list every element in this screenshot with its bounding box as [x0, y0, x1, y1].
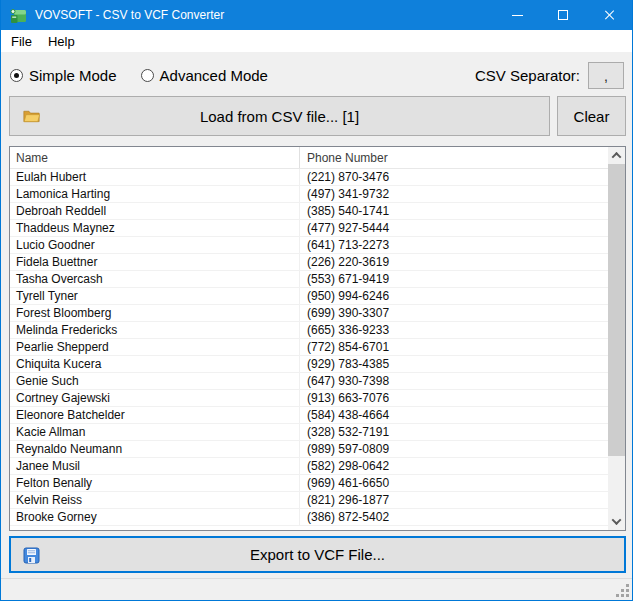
cell-name: Genie Such — [10, 373, 300, 389]
table-row[interactable]: Eleonore Batchelder(584) 438-4664 — [10, 407, 608, 424]
table-row[interactable]: Pearlie Shepperd(772) 854-6701 — [10, 339, 608, 356]
cell-phone: (497) 341-9732 — [300, 187, 608, 201]
table-row[interactable]: Felton Benally(969) 461-6650 — [10, 475, 608, 492]
radio-advanced-mode[interactable]: Advanced Mode — [141, 67, 268, 84]
table-row[interactable]: Genie Such(647) 930-7398 — [10, 373, 608, 390]
table-row[interactable]: Brooke Gorney(386) 872-5402 — [10, 509, 608, 526]
radio-simple-mode[interactable]: Simple Mode — [10, 67, 117, 84]
cell-name: Chiquita Kucera — [10, 356, 300, 372]
minimize-icon — [512, 15, 523, 16]
cell-name: Brooke Gorney — [10, 509, 300, 525]
load-csv-label: Load from CSV file... [1] — [200, 108, 359, 125]
statusbar — [1, 578, 632, 600]
radio-simple-icon — [10, 69, 23, 82]
cell-name: Reynaldo Neumann — [10, 441, 300, 457]
load-csv-button[interactable]: Load from CSV file... [1] — [9, 96, 550, 136]
chevron-down-icon — [612, 515, 622, 525]
cell-name: Eulah Hubert — [10, 169, 300, 185]
scroll-up-button[interactable] — [608, 147, 625, 164]
cell-phone: (221) 870-3476 — [300, 170, 608, 184]
table-inner: Name Phone Number Eulah Hubert(221) 870-… — [10, 147, 608, 530]
mode-row: Simple Mode Advanced Mode CSV Separator:… — [10, 62, 624, 89]
csv-separator-input[interactable]: , — [588, 62, 624, 89]
cell-name: Pearlie Shepperd — [10, 339, 300, 355]
column-header-name[interactable]: Name — [10, 147, 300, 168]
table-row[interactable]: Eulah Hubert(221) 870-3476 — [10, 169, 608, 186]
table-row[interactable]: Lamonica Harting(497) 341-9732 — [10, 186, 608, 203]
close-button[interactable] — [586, 0, 632, 30]
export-vcf-label: Export to VCF File... — [250, 546, 385, 563]
cell-phone: (553) 671-9419 — [300, 272, 608, 286]
column-header-phone[interactable]: Phone Number — [300, 151, 608, 165]
cell-name: Tyrell Tyner — [10, 288, 300, 304]
cell-phone: (969) 461-6650 — [300, 476, 608, 490]
cell-name: Felton Benally — [10, 475, 300, 491]
cell-name: Debroah Reddell — [10, 203, 300, 219]
close-icon — [603, 9, 615, 21]
menubar: File Help — [1, 30, 632, 52]
table-header: Name Phone Number — [10, 147, 608, 169]
cell-name: Kelvin Reiss — [10, 492, 300, 508]
table-row[interactable]: Melinda Fredericks(665) 336-9233 — [10, 322, 608, 339]
cell-name: Tasha Overcash — [10, 271, 300, 287]
scrollbar-thumb[interactable] — [608, 164, 625, 456]
app-icon — [10, 7, 27, 24]
table-row[interactable]: Kelvin Reiss(821) 296-1877 — [10, 492, 608, 509]
cell-name: Kacie Allman — [10, 424, 300, 440]
cell-phone: (584) 438-4664 — [300, 408, 608, 422]
cell-phone: (385) 540-1741 — [300, 204, 608, 218]
cell-phone: (582) 298-0642 — [300, 459, 608, 473]
cell-name: Fidela Buettner — [10, 254, 300, 270]
clear-button[interactable]: Clear — [557, 96, 626, 136]
table-row[interactable]: Forest Bloomberg(699) 390-3307 — [10, 305, 608, 322]
cell-name: Melinda Fredericks — [10, 322, 300, 338]
table-row[interactable]: Tyrell Tyner(950) 994-6246 — [10, 288, 608, 305]
table-row[interactable]: Cortney Gajewski(913) 663-7076 — [10, 390, 608, 407]
vertical-scrollbar[interactable] — [608, 147, 625, 530]
cell-phone: (929) 783-4385 — [300, 357, 608, 371]
radio-advanced-icon — [141, 69, 154, 82]
table-row[interactable]: Reynaldo Neumann(989) 597-0809 — [10, 441, 608, 458]
resize-grip[interactable] — [616, 584, 629, 597]
maximize-icon — [558, 10, 568, 20]
table-row[interactable]: Lucio Goodner(641) 713-2273 — [10, 237, 608, 254]
menu-file[interactable]: File — [3, 32, 40, 51]
maximize-button[interactable] — [540, 0, 586, 30]
table-row[interactable]: Tasha Overcash(553) 671-9419 — [10, 271, 608, 288]
cell-phone: (665) 336-9233 — [300, 323, 608, 337]
app-window: VOVSOFT - CSV to VCF Converter File Help… — [0, 0, 633, 601]
menu-help[interactable]: Help — [40, 32, 83, 51]
window-title: VOVSOFT - CSV to VCF Converter — [35, 8, 224, 22]
client-area: Simple Mode Advanced Mode CSV Separator:… — [1, 52, 632, 600]
floppy-disk-icon — [23, 547, 40, 564]
scroll-down-button[interactable] — [608, 513, 625, 530]
cell-phone: (647) 930-7398 — [300, 374, 608, 388]
titlebar[interactable]: VOVSOFT - CSV to VCF Converter — [1, 0, 632, 30]
table-row[interactable]: Debroah Reddell(385) 540-1741 — [10, 203, 608, 220]
cell-phone: (821) 296-1877 — [300, 493, 608, 507]
table-row[interactable]: Fidela Buettner(226) 220-3619 — [10, 254, 608, 271]
table-row[interactable]: Janee Musil(582) 298-0642 — [10, 458, 608, 475]
table-row[interactable]: Kacie Allman(328) 532-7191 — [10, 424, 608, 441]
cell-phone: (641) 713-2273 — [300, 238, 608, 252]
cell-phone: (226) 220-3619 — [300, 255, 608, 269]
table-row[interactable]: Chiquita Kucera(929) 783-4385 — [10, 356, 608, 373]
cell-phone: (913) 663-7076 — [300, 391, 608, 405]
radio-simple-label: Simple Mode — [29, 67, 117, 84]
cell-name: Janee Musil — [10, 458, 300, 474]
cell-phone: (950) 994-6246 — [300, 289, 608, 303]
cell-phone: (477) 927-5444 — [300, 221, 608, 235]
cell-phone: (772) 854-6701 — [300, 340, 608, 354]
clear-label: Clear — [574, 108, 610, 125]
table-row[interactable]: Thaddeus Maynez(477) 927-5444 — [10, 220, 608, 237]
export-vcf-button[interactable]: Export to VCF File... — [9, 536, 626, 573]
table-body: Eulah Hubert(221) 870-3476Lamonica Harti… — [10, 169, 608, 526]
cell-name: Forest Bloomberg — [10, 305, 300, 321]
minimize-button[interactable] — [494, 0, 540, 30]
cell-phone: (386) 872-5402 — [300, 510, 608, 524]
cell-name: Eleonore Batchelder — [10, 407, 300, 423]
radio-advanced-label: Advanced Mode — [160, 67, 268, 84]
cell-phone: (699) 390-3307 — [300, 306, 608, 320]
cell-name: Lamonica Harting — [10, 186, 300, 202]
cell-phone: (989) 597-0809 — [300, 442, 608, 456]
